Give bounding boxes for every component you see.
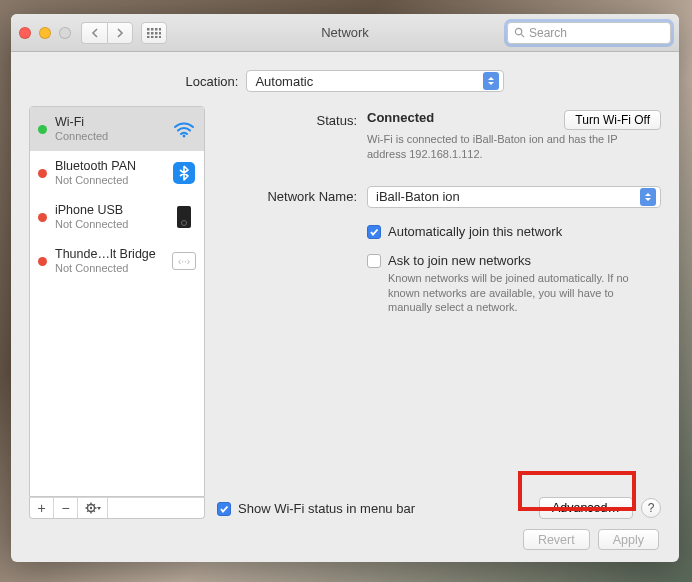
location-label: Location: (186, 74, 239, 89)
status-dot-icon (38, 213, 47, 222)
show-status-label: Show Wi-Fi status in menu bar (238, 501, 415, 516)
svg-rect-3 (159, 28, 161, 31)
zoom-window-button[interactable] (59, 27, 71, 39)
wifi-icon (172, 117, 196, 141)
nav-buttons (81, 22, 133, 44)
status-dot-icon (38, 257, 47, 266)
add-service-button[interactable]: + (30, 498, 54, 518)
svg-line-13 (521, 34, 524, 37)
svg-rect-11 (159, 36, 161, 38)
ask-join-checkbox[interactable] (367, 254, 381, 268)
network-name-label: Network Name: (217, 186, 367, 208)
svg-rect-9 (151, 36, 154, 38)
ask-join-description: Known networks will be joined automatica… (388, 271, 658, 316)
svg-rect-7 (159, 32, 161, 35)
search-input[interactable]: Search (507, 22, 671, 44)
location-row: Location: Automatic (29, 70, 661, 92)
back-button[interactable] (81, 22, 107, 44)
help-button[interactable]: ? (641, 498, 661, 518)
svg-rect-4 (147, 32, 150, 35)
service-bluetooth-pan[interactable]: Bluetooth PAN Not Connected (30, 151, 204, 195)
svg-rect-5 (151, 32, 154, 35)
revert-button[interactable]: Revert (523, 529, 590, 550)
svg-line-23 (87, 511, 88, 512)
svg-rect-2 (155, 28, 158, 31)
service-status: Not Connected (55, 174, 136, 187)
svg-rect-1 (151, 28, 154, 31)
service-name: Bluetooth PAN (55, 159, 136, 173)
svg-point-12 (515, 28, 521, 34)
search-placeholder: Search (529, 26, 567, 40)
content-area: Location: Automatic Wi-Fi Connected (11, 52, 679, 562)
service-iphone-usb[interactable]: iPhone USB Not Connected (30, 195, 204, 239)
bluetooth-icon (172, 161, 196, 185)
window-controls (19, 27, 71, 39)
network-preferences-window: Network Search Location: Automatic Wi-Fi (11, 14, 679, 562)
titlebar: Network Search (11, 14, 679, 52)
updown-arrows-icon (483, 72, 499, 90)
turn-wifi-off-button[interactable]: Turn Wi-Fi Off (564, 110, 661, 130)
service-actions-button[interactable] (78, 498, 108, 518)
service-status: Not Connected (55, 218, 128, 231)
show-all-button[interactable] (141, 22, 167, 44)
services-list: Wi-Fi Connected Bluetooth PAN Not Connec… (29, 106, 205, 497)
svg-rect-8 (147, 36, 150, 38)
svg-rect-6 (155, 32, 158, 35)
search-icon (514, 27, 525, 38)
auto-join-label: Automatically join this network (388, 224, 562, 239)
svg-point-14 (183, 135, 186, 138)
checkmark-icon (219, 504, 229, 514)
svg-line-22 (93, 511, 94, 512)
gear-icon (85, 502, 101, 514)
service-wifi[interactable]: Wi-Fi Connected (30, 107, 204, 151)
thunderbolt-icon: ‹··› (172, 249, 196, 273)
network-name-popup[interactable]: iBall-Baton ion (367, 186, 661, 208)
location-popup[interactable]: Automatic (246, 70, 504, 92)
forward-button[interactable] (107, 22, 133, 44)
status-description: Wi-Fi is connected to iBall-Baton ion an… (367, 132, 627, 162)
svg-rect-0 (147, 28, 150, 31)
checkmark-icon (369, 227, 379, 237)
show-status-checkbox[interactable] (217, 502, 231, 516)
phone-icon (172, 205, 196, 229)
remove-service-button[interactable]: − (54, 498, 78, 518)
ask-join-label: Ask to join new networks (388, 253, 658, 268)
service-name: iPhone USB (55, 203, 128, 217)
service-thunderbolt-bridge[interactable]: Thunde…lt Bridge Not Connected ‹··› (30, 239, 204, 283)
svg-line-24 (93, 504, 94, 505)
service-name: Thunde…lt Bridge (55, 247, 156, 261)
minimize-window-button[interactable] (39, 27, 51, 39)
service-status: Not Connected (55, 262, 156, 275)
service-name: Wi-Fi (55, 115, 108, 129)
bottom-buttons: Revert Apply (29, 519, 661, 550)
status-dot-icon (38, 125, 47, 134)
service-status: Connected (55, 130, 108, 143)
svg-line-21 (87, 504, 88, 505)
location-value: Automatic (255, 74, 313, 89)
status-value: Connected (367, 110, 434, 125)
details-pane: Status: Connected Turn Wi-Fi Off Wi-Fi i… (217, 106, 661, 519)
close-window-button[interactable] (19, 27, 31, 39)
status-label: Status: (217, 110, 367, 162)
advanced-button[interactable]: Advanced… (539, 497, 633, 519)
svg-point-16 (89, 507, 91, 509)
network-name-value: iBall-Baton ion (376, 189, 460, 204)
sidebar-footer: + − (29, 497, 205, 519)
auto-join-checkbox[interactable] (367, 225, 381, 239)
updown-arrows-icon (640, 188, 656, 206)
status-dot-icon (38, 169, 47, 178)
apply-button[interactable]: Apply (598, 529, 659, 550)
svg-rect-10 (155, 36, 158, 38)
